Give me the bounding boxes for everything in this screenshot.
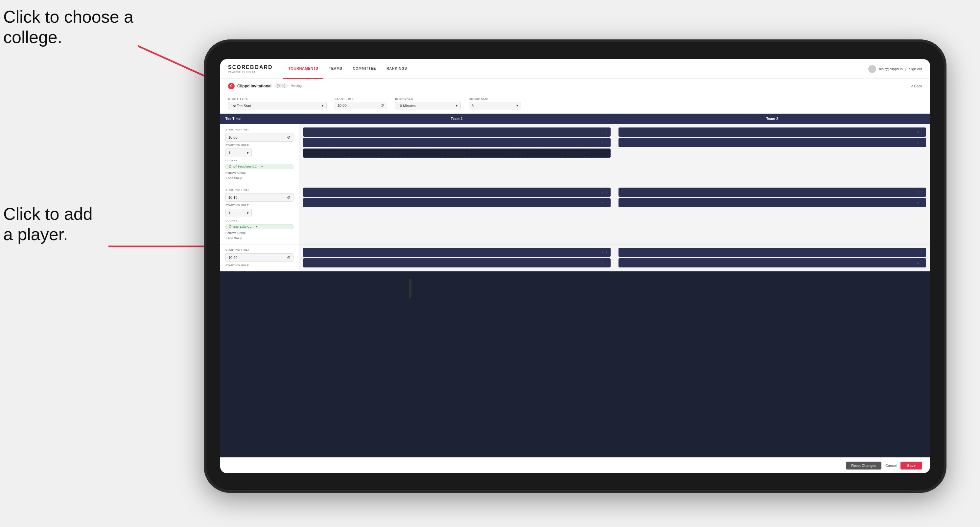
start-time-input[interactable]: 10:00 ⏱ [334,102,387,109]
reorder-icon[interactable]: ⋮ [920,251,923,254]
remove-player-icon[interactable]: × [601,251,603,254]
chevron-icon: ▾ [256,225,258,229]
org-logo: C [228,83,235,89]
remove-player-icon[interactable]: × [601,190,603,194]
table-row: STARTING TIME: 10:20 ⏱ STARTING HOLE: × … [220,244,930,271]
team1-panel-2: × ⋮ × ⋮ [299,184,614,244]
left-panel-1: STARTING TIME: 10:00 ⏱ STARTING HOLE: 1 … [220,124,299,184]
player-slot[interactable]: × ⋮ [303,127,611,137]
remove-player-icon[interactable]: × [601,261,603,265]
user-email: blair@clippd.io [879,67,902,71]
remove-player-icon[interactable]: × [917,201,919,205]
starting-time-input-1[interactable]: 10:00 ⏱ [226,133,293,141]
nav-item-rankings[interactable]: RANKINGS [381,59,412,79]
th-team2: Team 2 [614,114,930,124]
intervals-input[interactable]: 10 Minutes ▾ [395,102,461,110]
remove-player-icon[interactable]: × [917,141,919,144]
breadcrumb: C Clippd Invitational (Men) Hosting [228,83,302,89]
nav-item-committee[interactable]: COMMITTEE [347,59,381,79]
player-slot[interactable]: × ⋮ [619,258,926,267]
add-player-slot-1[interactable] [303,149,611,158]
remove-player-icon[interactable]: × [601,130,603,134]
reorder-icon[interactable]: ⋮ [920,130,923,134]
starting-hole-input-2[interactable]: 1 ▾ [226,209,252,217]
reorder-icon[interactable]: ⋮ [605,130,608,134]
starting-hole-label: STARTING HOLE: [226,264,293,267]
player-slot[interactable]: × ⋮ [619,248,926,257]
reorder-icon[interactable]: ⋮ [920,261,923,265]
remove-group-link-1[interactable]: Remove Group [226,171,293,175]
reset-button[interactable]: Reset Changes [846,462,881,470]
player-slot[interactable]: × ⋮ [619,138,926,147]
player-slot[interactable]: × ⋮ [619,198,926,207]
course-label: COURSE: [226,219,293,222]
th-tee-time: Tee Time [220,114,299,124]
remove-player-icon[interactable]: × [601,141,603,144]
start-time-group: Start Time 10:00 ⏱ [334,97,387,110]
group-size-input[interactable]: 3 ▾ [469,102,521,110]
th-team1: Team 1 [299,114,614,124]
annotation-add-player: Click to add a player. [3,204,93,245]
course-tag-1[interactable]: 🏌 (A) Peachtree GC × ▾ [226,164,293,169]
sub-header: C Clippd Invitational (Men) Hosting < Ba… [220,79,930,93]
nav-item-teams[interactable]: TEAMS [323,59,347,79]
course-icon: 🏌 [228,225,232,229]
player-slot[interactable]: × ⋮ [303,258,611,267]
player-slot[interactable]: × ⋮ [303,248,611,257]
clock-icon: ⏱ [287,135,291,139]
reorder-icon[interactable]: ⋮ [605,201,608,205]
nav-right: blair@clippd.io | Sign out [868,65,922,73]
starting-hole-label: STARTING HOLE: [226,144,293,146]
reorder-icon[interactable]: ⋮ [605,251,608,254]
remove-player-icon[interactable]: × [917,130,919,134]
player-slot[interactable]: × ⋮ [619,127,926,137]
starting-time-label: STARTING TIME: [226,188,293,191]
team2-panel-2: × ⋮ × ⋮ [614,184,930,244]
start-type-label: Start Type [228,97,327,100]
player-slot[interactable]: × ⋮ [303,138,611,147]
clock-icon: ⏱ [287,195,291,200]
remove-player-icon[interactable]: × [917,251,919,254]
tee-table-header: Tee Time Team 1 Team 2 [220,114,930,124]
left-panel-3: STARTING TIME: 10:20 ⏱ STARTING HOLE: [220,244,299,271]
tee-table-body: STARTING TIME: 10:00 ⏱ STARTING HOLE: 1 … [220,124,930,457]
starting-time-input-2[interactable]: 10:10 ⏱ [226,193,293,202]
course-icon: 🏌 [228,165,232,168]
reorder-icon[interactable]: ⋮ [920,190,923,194]
reorder-icon[interactable]: ⋮ [605,261,608,265]
reorder-icon[interactable]: ⋮ [920,201,923,205]
remove-course-btn[interactable]: × [253,225,255,229]
add-group-link-1[interactable]: + Add Group [226,176,293,180]
remove-course-btn[interactable]: × [258,165,260,168]
player-slot[interactable]: × ⋮ [303,187,611,197]
starting-hole-input-1[interactable]: 1 ▾ [226,149,252,157]
chevron-icon: ▾ [516,103,518,108]
remove-player-icon[interactable]: × [601,201,603,205]
add-group-link-2[interactable]: + Add Group [226,237,293,240]
group-size-group: Group Size 3 ▾ [469,97,521,110]
player-slot[interactable]: × ⋮ [303,198,611,207]
start-time-label: Start Time [334,97,387,100]
reorder-icon[interactable]: ⋮ [605,190,608,194]
player-slot[interactable]: × ⋮ [619,187,926,197]
start-type-input[interactable]: 1st Tee Start ▾ [228,102,327,110]
save-button[interactable]: Save [900,462,922,470]
hosting-badge: Hosting [291,84,302,88]
user-avatar [868,65,876,73]
back-button[interactable]: < Back [911,84,922,88]
reorder-icon[interactable]: ⋮ [605,141,608,144]
nav-item-tournaments[interactable]: TOURNAMENTS [283,59,324,79]
cancel-button[interactable]: Cancel [885,464,897,468]
sign-out-link[interactable]: Sign out [909,67,922,71]
clock-icon: ⏱ [287,256,291,260]
course-tag-2[interactable]: 🏌 East Lake GC × ▾ [226,224,293,229]
tablet-side-button[interactable] [409,279,412,298]
remove-player-icon[interactable]: × [917,261,919,265]
team1-panel-1: × ⋮ × ⋮ [299,124,614,184]
remove-player-icon[interactable]: × [917,190,919,194]
reorder-icon[interactable]: ⋮ [920,141,923,144]
starting-hole-label: STARTING HOLE: [226,204,293,207]
starting-time-input-3[interactable]: 10:20 ⏱ [226,253,293,262]
remove-group-link-2[interactable]: Remove Group [226,231,293,235]
clock-icon: ⏱ [380,103,384,108]
